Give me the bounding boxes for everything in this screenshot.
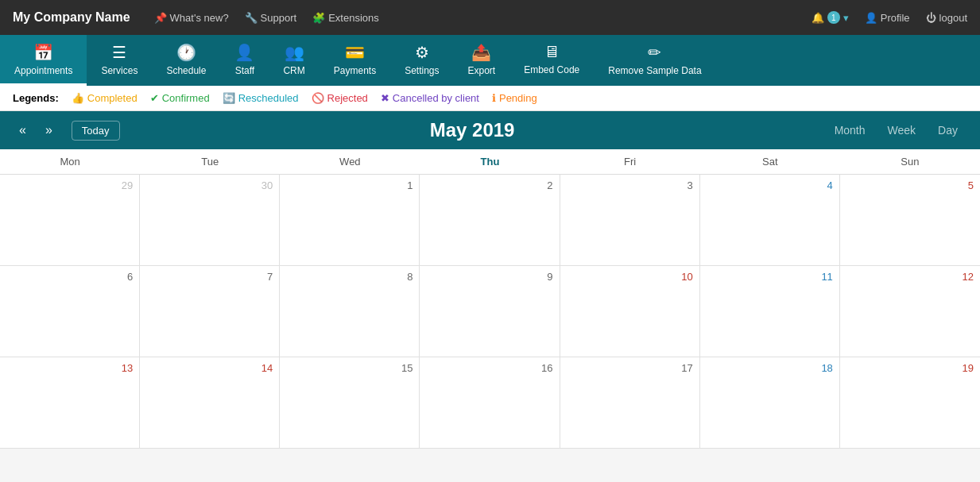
- date-number: 3: [567, 179, 693, 191]
- date-number: 1: [286, 179, 413, 191]
- calendar-cells: 293012345678910111213141516171819: [0, 175, 980, 449]
- calendar-icon: 📅: [33, 43, 53, 62]
- logout-link[interactable]: ⏻ logout: [926, 12, 967, 24]
- nav-schedule-label: Schedule: [166, 65, 206, 76]
- crm-icon: 👥: [285, 43, 304, 62]
- legend-rescheduled: 🔄 Rescheduled: [223, 92, 299, 104]
- date-number: 15: [286, 362, 413, 374]
- month-view-button[interactable]: Month: [825, 121, 875, 140]
- bell-icon: 🔔: [812, 12, 824, 24]
- calendar-cell-19[interactable]: 19: [840, 357, 980, 449]
- date-number: 6: [6, 271, 133, 283]
- calendar-cell-13[interactable]: 13: [0, 357, 140, 449]
- nav-embed-code[interactable]: 🖥 Embed Code: [509, 35, 594, 86]
- date-number: 11: [707, 271, 833, 283]
- nav-remove-sample[interactable]: ✏ Remove Sample Data: [594, 35, 715, 86]
- date-number: 18: [707, 362, 833, 374]
- calendar-day-headers: Mon Tue Wed Thu Fri Sat Sun: [0, 149, 980, 175]
- date-number: 17: [567, 362, 693, 374]
- notifications-bell[interactable]: 🔔 1 ▾: [812, 11, 849, 24]
- calendar-cell-5[interactable]: 5: [840, 175, 980, 266]
- profile-link[interactable]: 👤 Profile: [865, 12, 910, 24]
- calendar-cell-11[interactable]: 11: [700, 266, 840, 357]
- calendar-cell-14[interactable]: 14: [140, 357, 280, 449]
- date-number: 9: [426, 271, 552, 283]
- date-number: 12: [846, 271, 974, 283]
- remove-icon: ✏: [648, 43, 661, 62]
- nav-appointments-label: Appointments: [14, 65, 72, 76]
- nav-embed-label: Embed Code: [524, 64, 579, 75]
- date-number: 4: [707, 179, 833, 191]
- user-icon: 👤: [865, 12, 877, 24]
- calendar-cell-30[interactable]: 30: [140, 175, 280, 266]
- payments-icon: 💳: [345, 43, 365, 62]
- week-view-button[interactable]: Week: [878, 121, 926, 140]
- day-header-sun: Sun: [840, 149, 980, 174]
- calendar-cell-18[interactable]: 18: [700, 357, 840, 449]
- power-icon: ⏻: [926, 12, 936, 24]
- extensions-link[interactable]: 🧩 Extensions: [312, 12, 379, 24]
- calendar-cell-10[interactable]: 10: [560, 266, 700, 357]
- nav-settings[interactable]: ⚙ Settings: [390, 35, 453, 86]
- legend-cancelled: ✖ Cancelled by client: [381, 92, 479, 104]
- calendar-cell-29[interactable]: 29: [0, 175, 140, 266]
- calendar-cell-4[interactable]: 4: [700, 175, 840, 266]
- day-header-thu: Thu: [420, 149, 560, 174]
- support-link[interactable]: 🔧 Support: [245, 12, 297, 24]
- date-number: 10: [567, 271, 693, 283]
- date-number: 2: [426, 179, 552, 191]
- nav-remove-label: Remove Sample Data: [608, 65, 701, 76]
- check-icon: ✔: [150, 92, 159, 104]
- schedule-icon: 🕐: [176, 43, 196, 62]
- nav-settings-label: Settings: [405, 65, 439, 76]
- prev-month-button[interactable]: «: [13, 120, 33, 141]
- nav-export[interactable]: 📤 Export: [454, 35, 510, 86]
- calendar-cell-8[interactable]: 8: [280, 266, 420, 357]
- date-number: 8: [286, 271, 413, 283]
- calendar-cell-1[interactable]: 1: [280, 175, 420, 266]
- top-navigation: My Company Name 📌 What's new? 🔧 Support …: [0, 0, 980, 35]
- nav-staff-label: Staff: [235, 65, 254, 76]
- info-icon: ℹ: [492, 92, 496, 104]
- date-number: 14: [146, 362, 273, 374]
- nav-services[interactable]: ☰ Services: [87, 35, 152, 86]
- legend-confirmed: ✔ Confirmed: [150, 92, 210, 104]
- services-icon: ☰: [112, 43, 126, 62]
- calendar-cell-15[interactable]: 15: [280, 357, 420, 449]
- calendar-cell-17[interactable]: 17: [560, 357, 700, 449]
- refresh-icon: 🔄: [223, 92, 235, 104]
- calendar-cell-16[interactable]: 16: [420, 357, 560, 449]
- company-name: My Company Name: [13, 10, 130, 25]
- nav-crm-label: CRM: [283, 65, 304, 76]
- calendar-cell-6[interactable]: 6: [0, 266, 140, 357]
- next-month-button[interactable]: »: [39, 120, 59, 141]
- nav-schedule[interactable]: 🕐 Schedule: [152, 35, 220, 86]
- no-icon: 🚫: [312, 92, 324, 104]
- day-view-button[interactable]: Day: [928, 121, 967, 140]
- calendar-cell-12[interactable]: 12: [840, 266, 980, 357]
- nav-payments[interactable]: 💳 Payments: [320, 35, 390, 86]
- day-header-fri: Fri: [560, 149, 700, 174]
- date-number: 16: [426, 362, 552, 374]
- day-header-wed: Wed: [280, 149, 420, 174]
- calendar-cell-2[interactable]: 2: [420, 175, 560, 266]
- today-button[interactable]: Today: [72, 121, 120, 141]
- nav-crm[interactable]: 👥 CRM: [269, 35, 319, 86]
- calendar-cell-3[interactable]: 3: [560, 175, 700, 266]
- nav-export-label: Export: [468, 65, 496, 76]
- calendar-cell-7[interactable]: 7: [140, 266, 280, 357]
- date-number: 5: [846, 179, 974, 191]
- calendar-header: « » Today May 2019 Month Week Day: [0, 111, 980, 149]
- wrench-icon: 🔧: [245, 12, 258, 24]
- x-icon: ✖: [381, 92, 389, 104]
- calendar-cell-9[interactable]: 9: [420, 266, 560, 357]
- whats-new-link[interactable]: 📌 What's new?: [154, 12, 229, 24]
- nav-payments-label: Payments: [334, 65, 376, 76]
- date-number: 30: [146, 179, 273, 191]
- nav-staff[interactable]: 👤 Staff: [220, 35, 269, 86]
- day-header-mon: Mon: [0, 149, 140, 174]
- legend-rejected: 🚫 Rejected: [312, 92, 368, 104]
- settings-icon: ⚙: [415, 43, 429, 62]
- view-buttons: Month Week Day: [825, 121, 967, 140]
- nav-appointments[interactable]: 📅 Appointments: [0, 35, 87, 86]
